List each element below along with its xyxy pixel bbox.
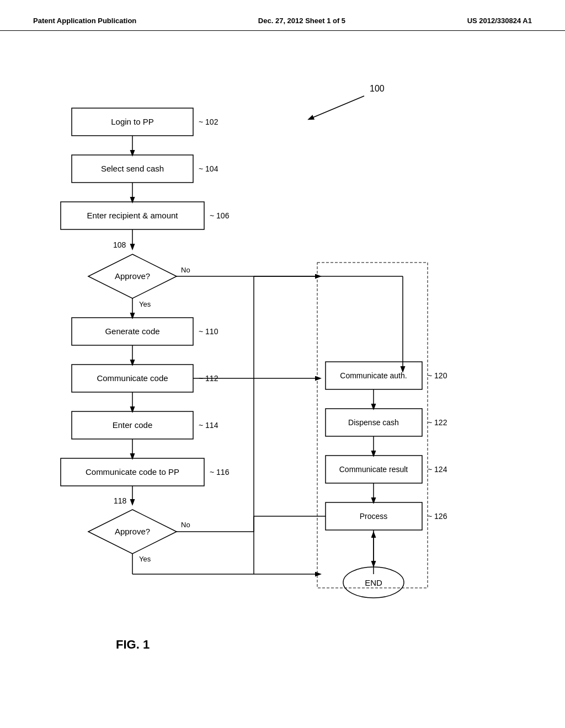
node-108-ref-label: 108 — [113, 240, 126, 249]
node-104-label: Select send cash — [101, 164, 164, 173]
node-116-label: Communicate code to PP — [86, 467, 179, 477]
node-110-ref: ~ 110 — [199, 327, 218, 336]
node-116-ref: ~ 116 — [210, 468, 230, 477]
node-120-ref: ~ 120 — [428, 371, 447, 380]
node-102-label: Login to PP — [111, 117, 154, 126]
no-label-108: No — [181, 266, 190, 274]
page: Patent Application Publication Dec. 27, … — [0, 0, 565, 728]
node-124-ref: ~ 124 — [428, 465, 447, 474]
node-104-ref: ~ 104 — [199, 164, 218, 173]
node-110-label: Generate code — [105, 326, 159, 336]
node-118-ref-label: 118 — [114, 496, 127, 505]
flowchart-svg: 100 Login to PP ~ 102 Select send cash ~… — [0, 31, 565, 693]
node-118-label: Approve? — [115, 527, 150, 536]
node-126-label: Process — [360, 512, 388, 521]
end-label: END — [365, 578, 382, 587]
ref-100: 100 — [370, 84, 385, 93]
yes-label-118: Yes — [139, 555, 151, 563]
node-126-ref: ~ 126 — [428, 512, 447, 521]
no-label-118: No — [181, 521, 190, 529]
header-left: Patent Application Publication — [33, 17, 136, 25]
header: Patent Application Publication Dec. 27, … — [0, 0, 565, 31]
node-108-label: Approve? — [115, 271, 150, 281]
node-114-label: Enter code — [113, 420, 153, 430]
node-114-ref: ~ 114 — [199, 421, 218, 430]
node-102-ref: ~ 102 — [199, 117, 218, 126]
header-center: Dec. 27, 2012 Sheet 1 of 5 — [258, 17, 345, 25]
node-120-label: Communicate auth. — [340, 371, 407, 380]
header-right: US 2012/330824 A1 — [467, 17, 532, 25]
node-106-label: Enter recipient & amount — [87, 211, 178, 220]
ref-100-arrow — [309, 96, 364, 119]
diagram-area: 100 Login to PP ~ 102 Select send cash ~… — [0, 31, 565, 693]
yes-label-108: Yes — [139, 300, 151, 308]
node-122-label: Dispense cash — [348, 418, 399, 427]
node-124-label: Communicate result — [339, 465, 408, 474]
node-112-label: Communicate code — [97, 373, 168, 383]
fig-label: FIG. 1 — [116, 638, 150, 651]
node-106-ref: ~ 106 — [210, 211, 230, 220]
node-122-ref: ~ 122 — [428, 418, 447, 427]
